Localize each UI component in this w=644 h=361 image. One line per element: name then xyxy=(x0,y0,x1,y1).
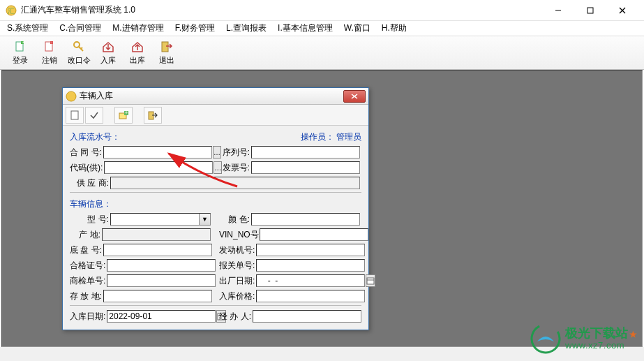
svg-text:汇: 汇 xyxy=(8,7,15,15)
bottom-fields: 入库日期: 经 办 人: xyxy=(70,310,361,323)
menu-finance[interactable]: F.财务管理 xyxy=(171,21,219,36)
model-combo[interactable]: ▼ xyxy=(110,213,211,226)
mdi-workspace: 车辆入库 + 入库流水号： 操作 xyxy=(1,70,643,347)
menu-query[interactable]: L.查询报表 xyxy=(222,21,271,36)
contract-no-input[interactable] xyxy=(103,146,212,159)
handler-input[interactable] xyxy=(253,310,361,323)
factory-date-label: 出厂日期: xyxy=(219,275,256,287)
storage-loc-input[interactable] xyxy=(103,290,212,302)
menu-system[interactable]: S.系统管理 xyxy=(3,21,52,36)
dialog-title-text: 车辆入库 xyxy=(80,90,343,102)
in-price-label: 入库价格: xyxy=(219,290,256,302)
handler-label: 经 办 人: xyxy=(219,311,253,323)
toolbar-logout[interactable]: - 注销 xyxy=(35,38,64,68)
color-label: 颜 色: xyxy=(219,214,251,226)
menu-inventory[interactable]: M.进销存管理 xyxy=(108,21,167,36)
toolbar-password[interactable]: 改口令 xyxy=(64,38,93,68)
toolbar-out[interactable]: 出库 xyxy=(123,38,152,68)
factory-date-input[interactable] xyxy=(256,274,365,287)
dialog-icon xyxy=(66,91,77,102)
origin-input[interactable] xyxy=(102,228,211,241)
engine-label: 发动机号: xyxy=(219,244,256,256)
top-fields: 合 同 号: … 序列号: 代码(供): … 发票号: xyxy=(70,146,361,189)
inspect-no-input[interactable] xyxy=(107,274,216,287)
svg-rect-15 xyxy=(162,42,168,52)
vehicle-in-dialog: 车辆入库 + 入库流水号： 操作 xyxy=(62,87,369,330)
dialog-titlebar[interactable]: 车辆入库 xyxy=(63,88,368,105)
engine-input[interactable] xyxy=(256,244,365,256)
minimize-button[interactable] xyxy=(542,0,574,21)
cert-no-input[interactable] xyxy=(107,259,216,272)
main-toolbar: + 登录 - 注销 改口令 入库 出库 退出 xyxy=(0,36,644,70)
supplier-name-input[interactable] xyxy=(110,177,360,189)
factory-date-picker-button[interactable] xyxy=(366,274,375,287)
menu-basedata[interactable]: I.基本信息管理 xyxy=(274,21,337,36)
svg-rect-24 xyxy=(367,278,374,284)
svg-text:+: + xyxy=(22,40,24,44)
vehicle-section-header: 车辆信息： xyxy=(70,197,361,213)
dialog-exit-button[interactable] xyxy=(144,107,162,124)
inspect-no-label: 商检单号: xyxy=(70,275,107,287)
operator-label: 操作员： xyxy=(301,132,334,142)
storage-loc-label: 存 放 地: xyxy=(70,290,103,302)
toolbar-login-label: 登录 xyxy=(13,55,28,66)
invoice-no-label: 发票号: xyxy=(219,162,251,174)
svg-text:-: - xyxy=(51,40,52,45)
window-titlebar: 汇 汇通汽车整车销售管理系统 1.0 xyxy=(0,0,644,21)
toolbar-login[interactable]: + 登录 xyxy=(6,38,35,68)
vin-input[interactable] xyxy=(260,228,368,241)
in-price-input[interactable] xyxy=(256,290,365,302)
model-value xyxy=(111,214,199,225)
operator-block: 操作员： 管理员 xyxy=(301,131,361,143)
invoice-no-input[interactable] xyxy=(251,161,360,174)
svg-rect-19 xyxy=(71,111,78,119)
menu-help[interactable]: H.帮助 xyxy=(377,21,411,36)
menu-bar: S.系统管理 C.合同管理 M.进销存管理 F.财务管理 L.查询报表 I.基本… xyxy=(0,21,644,36)
vehicle-fields: 型 号: ▼ 颜 色: 产 地: VIN_NO号: xyxy=(70,213,361,302)
dropdown-arrow-icon[interactable]: ▼ xyxy=(199,214,210,225)
svg-rect-3 xyxy=(587,8,593,13)
toolbar-exit[interactable]: 退出 xyxy=(152,38,181,68)
toolbar-in-label: 入库 xyxy=(100,55,116,66)
toolbar-logout-label: 注销 xyxy=(42,55,57,66)
dialog-close-button[interactable] xyxy=(343,90,366,103)
model-label: 型 号: xyxy=(70,214,110,226)
contract-no-label: 合 同 号: xyxy=(70,147,103,159)
dialog-body: 入库流水号： 操作员： 管理员 合 同 号: … 序列号: 代码(供): xyxy=(63,126,368,330)
login-icon: + xyxy=(13,40,27,54)
dialog-new-button[interactable] xyxy=(66,107,84,124)
toolbar-exit-label: 退出 xyxy=(159,55,174,66)
dialog-confirm-button[interactable] xyxy=(85,107,103,124)
divider xyxy=(70,192,361,193)
in-date-input[interactable] xyxy=(107,310,216,323)
warehouse-in-icon xyxy=(101,40,115,54)
chassis-input[interactable] xyxy=(103,244,212,256)
svg-line-14 xyxy=(81,47,82,49)
window-buttons xyxy=(542,0,638,21)
menu-contract[interactable]: C.合同管理 xyxy=(55,21,105,36)
close-button[interactable] xyxy=(606,0,638,21)
supplier-code-input[interactable] xyxy=(104,161,213,174)
key-icon xyxy=(72,40,86,54)
supplier-code-label: 代码(供): xyxy=(70,162,104,174)
toolbar-in[interactable]: 入库 xyxy=(93,38,123,68)
serial-no-input[interactable] xyxy=(251,146,360,159)
toolbar-password-label: 改口令 xyxy=(68,55,91,66)
color-input[interactable] xyxy=(251,213,360,226)
menu-window[interactable]: W.窗口 xyxy=(340,21,375,36)
chassis-label: 底 盘 号: xyxy=(70,244,103,256)
customs-no-input[interactable] xyxy=(256,259,365,272)
status-bar xyxy=(0,347,644,361)
maximize-button[interactable] xyxy=(574,0,606,21)
warehouse-out-icon xyxy=(130,40,144,54)
dialog-add-field-button[interactable]: + xyxy=(114,107,133,124)
operator-value: 管理员 xyxy=(336,132,361,142)
supplier-name-label: 供 应 商: xyxy=(70,177,110,189)
vin-label: VIN_NO号: xyxy=(219,229,260,241)
origin-label: 产 地: xyxy=(70,229,102,241)
serial-no-label: 序列号: xyxy=(219,147,251,159)
toolbar-out-label: 出库 xyxy=(130,55,145,66)
serial-label: 入库流水号： xyxy=(70,131,120,143)
svg-text:+: + xyxy=(125,110,128,115)
exit-icon xyxy=(160,40,174,54)
